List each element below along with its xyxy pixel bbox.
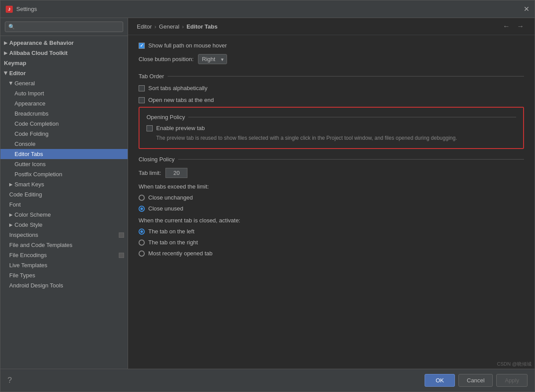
sidebar-label: Keymap xyxy=(4,60,124,66)
show-full-path-text: Show full path on mouse hover xyxy=(148,42,227,49)
sidebar-item-live-templates[interactable]: Live Templates xyxy=(0,260,128,270)
open-new-tabs-checkbox[interactable] xyxy=(139,97,145,103)
sidebar-label: Editor xyxy=(9,70,124,76)
breadcrumb-sep1: › xyxy=(154,23,156,30)
checkmark: ✓ xyxy=(140,43,143,48)
sidebar-item-appearance-behavior[interactable]: ▶ Appearance & Behavior xyxy=(0,38,128,48)
open-new-tabs-row: Open new tabs at the end xyxy=(139,97,524,103)
preview-description: The preview tab is reused to show files … xyxy=(156,134,516,142)
sidebar-item-code-folding[interactable]: Code Folding xyxy=(0,129,128,139)
apply-button[interactable]: Apply xyxy=(496,374,528,387)
search-icon: 🔍 xyxy=(8,24,15,30)
sidebar-label: Postfix Completion xyxy=(15,171,124,178)
breadcrumb-current: Editor Tabs xyxy=(187,23,218,30)
tab-order-section-header: Tab Order xyxy=(139,73,524,80)
forward-button[interactable]: → xyxy=(515,22,526,30)
close-unchanged-label: Close unchanged xyxy=(148,194,193,201)
back-button[interactable]: ← xyxy=(501,22,512,30)
sidebar-label: Smart Keys xyxy=(15,181,124,188)
expand-icon: ▶ xyxy=(4,72,8,75)
sidebar-item-inspections[interactable]: Inspections xyxy=(0,230,128,240)
inspections-badge xyxy=(119,232,124,238)
sidebar-label: Breadcrumbs xyxy=(15,110,124,117)
tab-on-left-radio[interactable] xyxy=(139,229,145,235)
sidebar-item-color-scheme[interactable]: ▶ Color Scheme xyxy=(0,210,128,220)
closing-policy-header: Closing Policy xyxy=(139,156,524,163)
ok-button[interactable]: OK xyxy=(425,374,455,387)
breadcrumb-general[interactable]: General xyxy=(159,23,179,30)
close-button-label: Close button position: xyxy=(139,56,194,62)
sidebar-item-gutter-icons[interactable]: Gutter Icons xyxy=(0,159,128,169)
breadcrumb-editor[interactable]: Editor xyxy=(137,23,152,30)
cancel-button[interactable]: Cancel xyxy=(458,374,493,387)
close-button-position-row: Close button position: Right None Left ▼ xyxy=(139,54,524,64)
sidebar-item-auto-import[interactable]: Auto Import xyxy=(0,88,128,98)
footer-buttons: OK Cancel Apply xyxy=(425,374,528,387)
sidebar-item-file-encodings[interactable]: File Encodings xyxy=(0,250,128,260)
close-unused-row[interactable]: Close unused xyxy=(139,205,524,212)
sidebar-item-font[interactable]: Font xyxy=(0,200,128,210)
most-recently-opened-row[interactable]: Most recently opened tab xyxy=(139,250,524,257)
sidebar-item-editor[interactable]: ▶ Editor xyxy=(0,68,128,78)
breadcrumb-nav: ← → xyxy=(501,22,526,30)
open-new-tabs-label[interactable]: Open new tabs at the end xyxy=(139,97,214,103)
tab-on-right-radio[interactable] xyxy=(139,240,145,246)
expand-icon: ▶ xyxy=(9,82,14,85)
settings-window: J Settings ✕ 🔍 ▶ Appearance & Behavior xyxy=(0,0,535,392)
close-button-dropdown[interactable]: Right None Left xyxy=(198,54,227,64)
sidebar-item-code-style[interactable]: ▶ Code Style xyxy=(0,220,128,230)
show-full-path-label[interactable]: ✓ Show full path on mouse hover xyxy=(139,42,227,49)
sidebar-item-smart-keys[interactable]: ▶ Smart Keys xyxy=(0,179,128,189)
help-icon[interactable]: ? xyxy=(7,376,12,385)
sidebar-item-android-design-tools[interactable]: Android Design Tools xyxy=(0,280,128,290)
opening-policy-box: Opening Policy Enable preview tab The pr… xyxy=(139,107,524,149)
when-tabs-exceed-label: When tabs exceed the limit: xyxy=(139,183,209,190)
enable-preview-checkbox[interactable] xyxy=(147,125,153,131)
expand-icon: ▶ xyxy=(4,51,7,55)
sidebar-item-editor-tabs[interactable]: Editor Tabs xyxy=(0,149,128,159)
sidebar-item-code-editing[interactable]: Code Editing xyxy=(0,189,128,200)
most-recently-opened-radio[interactable] xyxy=(139,250,145,257)
sidebar-item-code-completion[interactable]: Code Completion xyxy=(0,119,128,129)
tab-on-right-row[interactable]: The tab on the right xyxy=(139,239,524,246)
close-unused-radio[interactable] xyxy=(139,206,145,212)
sidebar-item-appearance[interactable]: Appearance xyxy=(0,98,128,109)
sidebar-label: Inspections xyxy=(9,232,117,238)
sort-tabs-checkbox[interactable] xyxy=(139,85,145,91)
search-input[interactable] xyxy=(5,22,123,32)
close-unchanged-row[interactable]: Close unchanged xyxy=(139,194,524,201)
sidebar-label: Font xyxy=(9,201,124,208)
sidebar-item-breadcrumbs[interactable]: Breadcrumbs xyxy=(0,109,128,119)
title-bar-left: J Settings xyxy=(6,6,37,13)
sidebar-item-keymap[interactable]: Keymap xyxy=(0,58,128,68)
search-area: 🔍 xyxy=(0,18,128,36)
expand-icon: ▶ xyxy=(9,182,13,187)
enable-preview-tab-row: Enable preview tab xyxy=(147,125,516,131)
sidebar-item-console[interactable]: Console xyxy=(0,139,128,149)
sidebar-item-postfix-completion[interactable]: Postfix Completion xyxy=(0,169,128,179)
tab-on-left-label: The tab on the left xyxy=(148,228,194,235)
sidebar-item-file-types[interactable]: File Types xyxy=(0,270,128,280)
breadcrumb: Editor › General › Editor Tabs xyxy=(137,23,217,30)
sidebar-label: Appearance & Behavior xyxy=(9,40,124,46)
sidebar-label: File Encodings xyxy=(9,252,117,258)
show-full-path-checkbox[interactable]: ✓ xyxy=(139,43,145,49)
tab-limit-label: Tab limit: xyxy=(139,170,161,176)
when-tabs-exceed-row: When tabs exceed the limit: xyxy=(139,183,524,190)
sidebar-label: Console xyxy=(15,141,124,147)
close-unchanged-radio[interactable] xyxy=(139,195,145,201)
sidebar: 🔍 ▶ Appearance & Behavior ▶ Alibaba Clou… xyxy=(0,18,128,369)
sidebar-item-alibaba[interactable]: ▶ Alibaba Cloud Toolkit xyxy=(0,48,128,58)
close-button[interactable]: ✕ xyxy=(524,5,529,13)
sidebar-label: File and Code Templates xyxy=(9,242,124,248)
sidebar-label: Code Style xyxy=(15,221,124,228)
sidebar-item-general[interactable]: ▶ General xyxy=(0,78,128,88)
when-current-closed-row: When the current tab is closed, activate… xyxy=(139,217,524,224)
enable-preview-label[interactable]: Enable preview tab xyxy=(147,125,205,131)
tab-limit-input[interactable] xyxy=(165,168,187,178)
tab-limit-row: Tab limit: xyxy=(139,168,524,178)
section-divider xyxy=(188,117,516,117)
sort-tabs-label[interactable]: Sort tabs alphabetically xyxy=(139,85,207,91)
sidebar-item-file-code-templates[interactable]: File and Code Templates xyxy=(0,240,128,250)
tab-on-left-row[interactable]: The tab on the left xyxy=(139,228,524,235)
